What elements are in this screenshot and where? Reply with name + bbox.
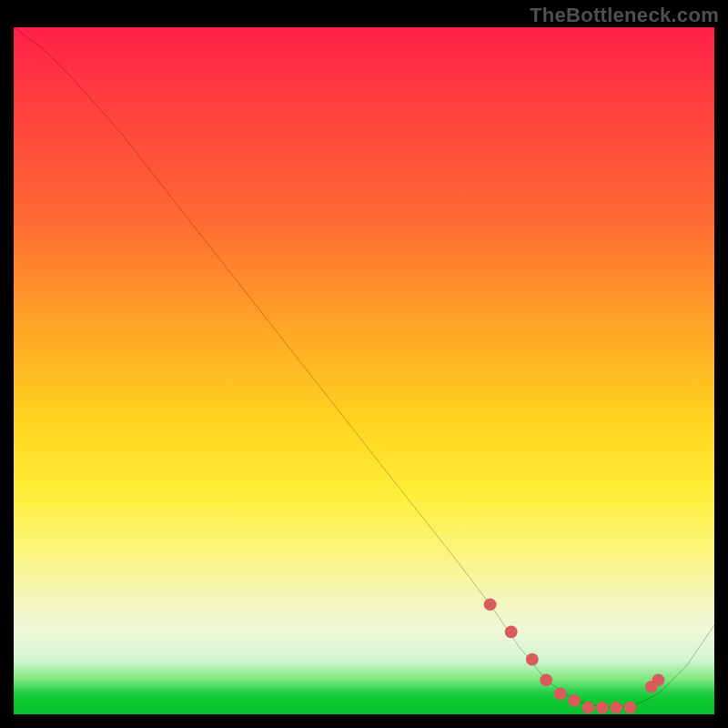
optimal-marker [624, 702, 637, 714]
optimal-marker [568, 694, 581, 707]
optimal-markers [484, 598, 665, 713]
watermark-text: TheBottleneck.com [530, 4, 719, 27]
plot-area [14, 27, 714, 714]
optimal-marker [596, 702, 609, 714]
optimal-marker [526, 653, 539, 666]
optimal-marker [652, 673, 664, 686]
optimal-marker [540, 673, 552, 686]
optimal-marker [484, 598, 497, 611]
optimal-marker [610, 702, 622, 714]
curve-svg [14, 27, 714, 714]
optimal-marker [554, 688, 567, 701]
chart-frame: TheBottleneck.com [0, 0, 728, 728]
bottleneck-curve [14, 27, 714, 707]
optimal-marker [505, 626, 518, 639]
optimal-marker [581, 702, 594, 714]
